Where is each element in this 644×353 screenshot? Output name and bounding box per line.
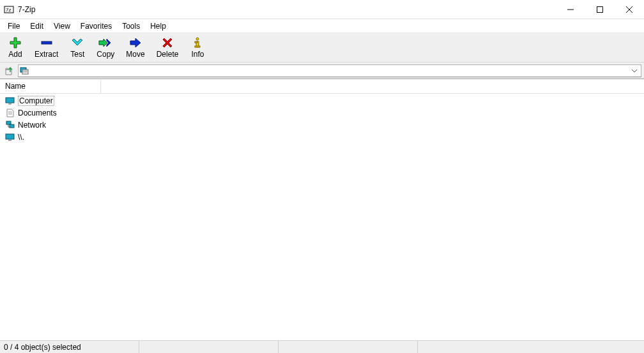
- toolbar: Add Extract Test Copy: [0, 33, 644, 63]
- item-label: Computer: [18, 96, 54, 106]
- address-dropdown[interactable]: [629, 65, 640, 77]
- svg-rect-9: [195, 41, 197, 43]
- svg-rect-25: [8, 140, 12, 141]
- list-item[interactable]: \\.: [0, 131, 644, 143]
- copy-button[interactable]: Copy: [91, 35, 119, 60]
- computer-icon: [20, 66, 29, 75]
- status-cell: [139, 341, 279, 353]
- column-name[interactable]: Name: [0, 80, 101, 93]
- svg-point-7: [196, 38, 199, 40]
- menu-help[interactable]: Help: [145, 20, 171, 32]
- svg-rect-6: [42, 41, 52, 44]
- extract-button[interactable]: Extract: [29, 35, 63, 60]
- list-header: Name: [0, 80, 644, 94]
- svg-rect-10: [195, 46, 200, 47]
- item-label: \\.: [18, 133, 24, 142]
- title-bar: 7z 7-Zip: [0, 0, 644, 19]
- menu-file[interactable]: File: [3, 20, 25, 32]
- move-label: Move: [126, 50, 144, 59]
- monitor-icon: [5, 133, 15, 142]
- check-icon: [70, 36, 85, 49]
- svg-rect-15: [6, 98, 14, 103]
- menu-favorites[interactable]: Favorites: [75, 20, 117, 32]
- copy-label: Copy: [96, 50, 114, 59]
- plus-icon: [8, 36, 23, 49]
- svg-text:7z: 7z: [6, 7, 11, 13]
- svg-rect-24: [6, 134, 14, 139]
- svg-rect-3: [597, 6, 603, 12]
- add-label: Add: [8, 50, 22, 59]
- minimize-button[interactable]: [556, 0, 585, 19]
- file-list[interactable]: Name Computer: [0, 80, 644, 340]
- status-cell: [418, 341, 644, 353]
- window-title: 7-Zip: [18, 5, 35, 14]
- add-button[interactable]: Add: [3, 35, 28, 60]
- extract-label: Extract: [34, 50, 58, 59]
- content-area: Name Computer: [0, 79, 644, 340]
- delete-button[interactable]: Delete: [151, 35, 184, 60]
- minus-icon: [39, 36, 54, 49]
- app-icon: 7z: [4, 4, 14, 15]
- item-label: Network: [18, 121, 46, 130]
- info-button[interactable]: Info: [185, 35, 210, 60]
- up-button[interactable]: [3, 64, 15, 77]
- info-icon: [190, 36, 205, 49]
- close-button[interactable]: [615, 0, 644, 19]
- copy-arrow-icon: [98, 36, 113, 49]
- menu-tools[interactable]: Tools: [117, 20, 145, 32]
- menu-bar: File Edit View Favorites Tools Help: [0, 19, 644, 33]
- document-icon: [5, 109, 15, 117]
- address-input[interactable]: [30, 66, 629, 76]
- move-button[interactable]: Move: [121, 35, 150, 60]
- list-item[interactable]: Documents: [0, 107, 644, 119]
- menu-view[interactable]: View: [49, 20, 75, 32]
- address-field-wrap: [18, 64, 641, 77]
- list-item[interactable]: Network: [0, 119, 644, 131]
- computer-icon: [5, 96, 15, 105]
- test-label: Test: [70, 50, 84, 59]
- svg-rect-20: [6, 121, 11, 124]
- test-button[interactable]: Test: [65, 35, 90, 60]
- info-label: Info: [191, 50, 204, 59]
- menu-edit[interactable]: Edit: [25, 20, 49, 32]
- maximize-button[interactable]: [585, 0, 615, 19]
- status-bar: 0 / 4 object(s) selected: [0, 340, 644, 353]
- network-icon: [5, 121, 15, 130]
- address-bar: [0, 63, 644, 79]
- status-text: 0 / 4 object(s) selected: [0, 341, 139, 353]
- x-icon: [160, 36, 175, 49]
- list-item[interactable]: Computer: [0, 94, 644, 107]
- svg-rect-16: [8, 103, 12, 105]
- move-arrow-icon: [128, 36, 143, 49]
- delete-label: Delete: [157, 50, 179, 59]
- item-label: Documents: [18, 109, 57, 117]
- status-cell: [279, 341, 418, 353]
